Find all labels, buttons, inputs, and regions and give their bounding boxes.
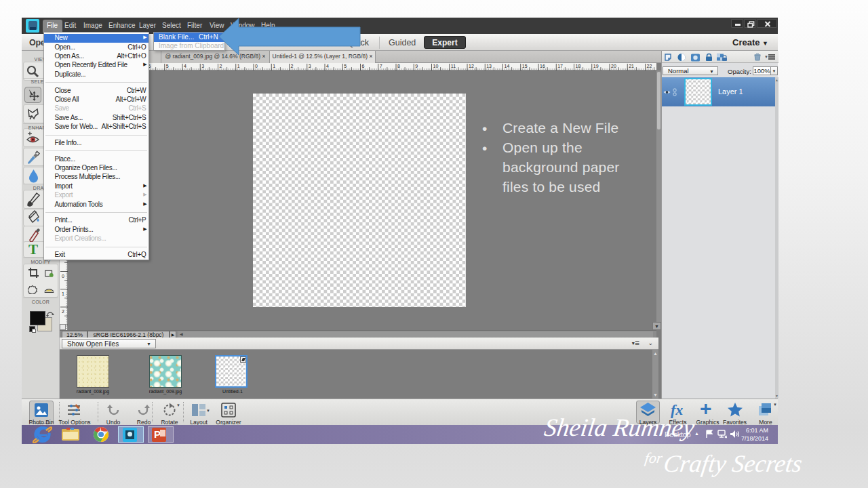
svg-text:7: 7: [380, 64, 382, 68]
svg-text:15: 15: [522, 64, 528, 68]
svg-text:0: 0: [255, 64, 258, 68]
svg-text:14: 14: [505, 64, 510, 68]
svg-text:4: 4: [184, 64, 186, 68]
svg-text:1: 1: [273, 64, 275, 68]
svg-text:13: 13: [486, 64, 492, 68]
svg-text:3: 3: [201, 64, 204, 68]
svg-text:1: 1: [237, 64, 240, 68]
svg-text:16: 16: [540, 64, 545, 68]
svg-text:12: 12: [469, 64, 474, 68]
svg-text:17: 17: [557, 64, 563, 68]
svg-text:20: 20: [611, 64, 616, 68]
svg-text:2: 2: [291, 64, 294, 68]
svg-text:1: 1: [62, 291, 64, 296]
svg-text:10: 10: [433, 64, 439, 68]
svg-text:18: 18: [576, 64, 581, 68]
svg-text:4: 4: [326, 64, 329, 68]
svg-text:2: 2: [220, 64, 222, 68]
svg-text:2: 2: [62, 309, 64, 314]
svg-text:3: 3: [309, 64, 311, 68]
svg-text:5: 5: [344, 64, 347, 68]
svg-text:8: 8: [397, 64, 400, 68]
svg-text:9: 9: [415, 64, 418, 68]
svg-text:21: 21: [629, 64, 634, 68]
svg-text:5: 5: [166, 64, 169, 68]
svg-text:19: 19: [593, 64, 599, 68]
svg-text:11: 11: [451, 64, 456, 68]
svg-text:6: 6: [362, 64, 365, 68]
svg-text:22: 22: [647, 64, 652, 68]
svg-text:0: 0: [62, 274, 64, 279]
